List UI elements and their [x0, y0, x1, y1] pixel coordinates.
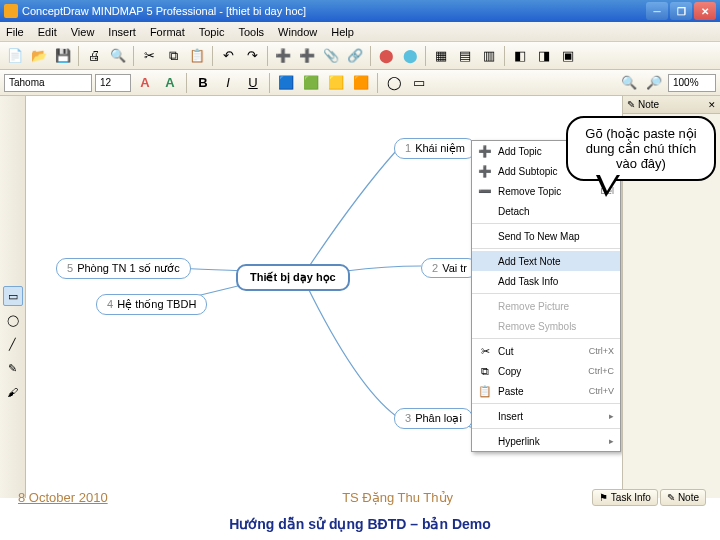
zoom-out-button[interactable]: 🔍 — [618, 72, 640, 94]
preview-button[interactable]: 🔍 — [107, 45, 129, 67]
font-combo[interactable]: Tahoma — [4, 74, 92, 92]
view3-button[interactable]: ▣ — [557, 45, 579, 67]
note-tab-icon: ✎ — [667, 492, 675, 503]
bottom-tabs: ⚑Task Info ✎Note — [592, 489, 706, 506]
zoom-in-button[interactable]: 🔎 — [643, 72, 665, 94]
tab-note[interactable]: ✎Note — [660, 489, 706, 506]
central-topic[interactable]: Thiết bị dạy học — [236, 264, 350, 291]
panel-close-icon[interactable]: ✕ — [708, 100, 716, 110]
format-toolbar: Tahoma 12 A A B I U 🟦 🟩 🟨 🟧 ◯ ▭ 🔍 🔎 100% — [0, 70, 720, 96]
node-5-label: Phòng TN 1 số nước — [77, 262, 180, 274]
tool-pen[interactable]: ✎ — [3, 358, 23, 378]
font-color-button[interactable]: A — [134, 72, 156, 94]
color3-button[interactable]: 🟨 — [325, 72, 347, 94]
tool-rect[interactable]: ▭ — [3, 286, 23, 306]
tab-taskinfo[interactable]: ⚑Task Info — [592, 489, 658, 506]
minimize-button[interactable]: ─ — [646, 2, 668, 20]
node-3-label: Phân loại — [415, 412, 462, 424]
menu-item[interactable]: ✂CutCtrl+X — [472, 341, 620, 361]
node-4[interactable]: 4Hệ thống TBDH — [96, 294, 207, 315]
size-combo[interactable]: 12 — [95, 74, 131, 92]
close-button[interactable]: ✕ — [694, 2, 716, 20]
menu-view[interactable]: View — [71, 26, 95, 38]
subtitle: Hướng dẫn sử dụng BĐTD – bản Demo — [0, 516, 720, 532]
layout2-button[interactable]: ▤ — [454, 45, 476, 67]
panel-title-bar: ✎Note ✕ — [623, 96, 720, 114]
menu-topic[interactable]: Topic — [199, 26, 225, 38]
node-1[interactable]: 1Khái niệm — [394, 138, 476, 159]
footer-date: 8 October 2010 — [18, 490, 108, 505]
open-button[interactable]: 📂 — [28, 45, 50, 67]
node-5[interactable]: 5Phòng TN 1 số nước — [56, 258, 191, 279]
symbol-button[interactable]: 📎 — [320, 45, 342, 67]
save-button[interactable]: 💾 — [52, 45, 74, 67]
shape2-button[interactable]: ▭ — [408, 72, 430, 94]
menu-item[interactable]: Add Task Info — [472, 271, 620, 291]
speech-callout: Gõ (hoặc paste nội dung cần chú thích và… — [566, 116, 716, 181]
font-color2-button[interactable]: A — [159, 72, 181, 94]
maximize-button[interactable]: ❐ — [670, 2, 692, 20]
tool-circle[interactable]: ◯ — [3, 310, 23, 330]
shape1-button[interactable]: ◯ — [383, 72, 405, 94]
central-label: Thiết bị dạy học — [250, 271, 336, 283]
node-4-label: Hệ thống TBDH — [117, 298, 196, 310]
menu-item[interactable]: Hyperlink▸ — [472, 431, 620, 451]
titlebar: ConceptDraw MINDMAP 5 Professional - [th… — [0, 0, 720, 22]
view1-button[interactable]: ◧ — [509, 45, 531, 67]
window-title: ConceptDraw MINDMAP 5 Professional - [th… — [22, 5, 306, 17]
menubar: File Edit View Insert Format Topic Tools… — [0, 22, 720, 42]
underline-button[interactable]: U — [242, 72, 264, 94]
node-2-label: Vai tr — [442, 262, 467, 274]
menu-item[interactable]: 📋PasteCtrl+V — [472, 381, 620, 401]
menu-help[interactable]: Help — [331, 26, 354, 38]
menu-insert[interactable]: Insert — [108, 26, 136, 38]
node-3[interactable]: 3Phân loại — [394, 408, 473, 429]
add-subtopic-button[interactable]: ➕ — [296, 45, 318, 67]
format2-button[interactable]: ⬤ — [399, 45, 421, 67]
left-toolbox: ▭ ◯ ╱ ✎ 🖌 — [0, 96, 26, 498]
paste-button[interactable]: 📋 — [186, 45, 208, 67]
taskinfo-icon: ⚑ — [599, 492, 608, 503]
mindmap-canvas[interactable]: Thiết bị dạy học 1Khái niệm 2Vai tr 3Phâ… — [26, 96, 622, 498]
menu-item[interactable]: Detach — [472, 201, 620, 221]
print-button[interactable]: 🖨 — [83, 45, 105, 67]
menu-item[interactable]: Send To New Map — [472, 226, 620, 246]
new-button[interactable]: 📄 — [4, 45, 26, 67]
add-topic-button[interactable]: ➕ — [272, 45, 294, 67]
redo-button[interactable]: ↷ — [241, 45, 263, 67]
cut-button[interactable]: ✂ — [138, 45, 160, 67]
menu-format[interactable]: Format — [150, 26, 185, 38]
node-2[interactable]: 2Vai tr — [421, 258, 478, 278]
zoom-combo[interactable]: 100% — [668, 74, 716, 92]
menu-file[interactable]: File — [6, 26, 24, 38]
node-1-label: Khái niệm — [415, 142, 465, 154]
tool-line[interactable]: ╱ — [3, 334, 23, 354]
color2-button[interactable]: 🟩 — [300, 72, 322, 94]
layout1-button[interactable]: ▦ — [430, 45, 452, 67]
copy-button[interactable]: ⧉ — [162, 45, 184, 67]
italic-button[interactable]: I — [217, 72, 239, 94]
undo-button[interactable]: ↶ — [217, 45, 239, 67]
format-button[interactable]: ⬤ — [375, 45, 397, 67]
color4-button[interactable]: 🟧 — [350, 72, 372, 94]
menu-item[interactable]: ⧉CopyCtrl+C — [472, 361, 620, 381]
note-icon: ✎ — [627, 99, 635, 110]
main-toolbar: 📄 📂 💾 🖨 🔍 ✂ ⧉ 📋 ↶ ↷ ➕ ➕ 📎 🔗 ⬤ ⬤ ▦ ▤ ▥ ◧ … — [0, 42, 720, 70]
menu-item: Remove Symbols — [472, 316, 620, 336]
menu-item[interactable]: Insert▸ — [472, 406, 620, 426]
color1-button[interactable]: 🟦 — [275, 72, 297, 94]
symbol2-button[interactable]: 🔗 — [344, 45, 366, 67]
bold-button[interactable]: B — [192, 72, 214, 94]
panel-title: Note — [638, 99, 659, 110]
layout3-button[interactable]: ▥ — [478, 45, 500, 67]
menu-tools[interactable]: Tools — [238, 26, 264, 38]
view2-button[interactable]: ◨ — [533, 45, 555, 67]
menu-item: Remove Picture — [472, 296, 620, 316]
menu-window[interactable]: Window — [278, 26, 317, 38]
menu-edit[interactable]: Edit — [38, 26, 57, 38]
menu-item[interactable]: Add Text Note — [472, 251, 620, 271]
app-icon — [4, 4, 18, 18]
tool-brush[interactable]: 🖌 — [3, 382, 23, 402]
